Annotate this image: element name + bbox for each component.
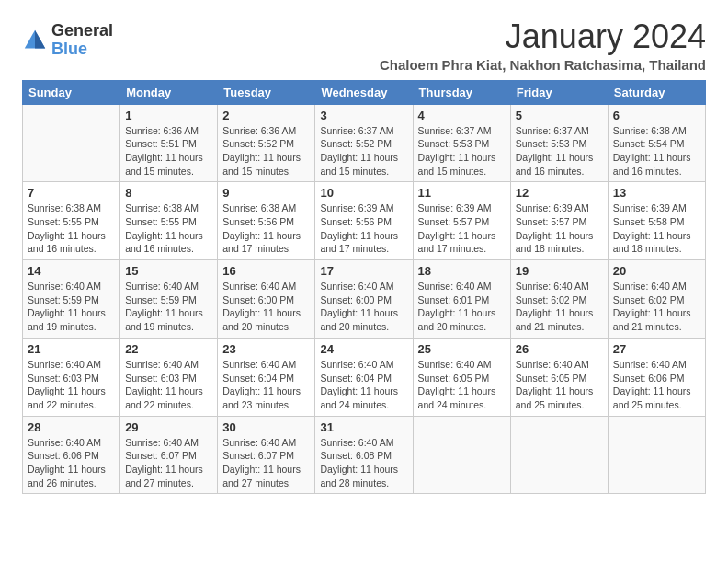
sunrise-text: Sunrise: 6:40 AM (418, 281, 492, 292)
day-info: Sunrise: 6:40 AM Sunset: 6:04 PM Dayligh… (320, 358, 407, 412)
daylight-text: Daylight: 11 hours and 15 minutes. (418, 152, 496, 177)
day-number: 18 (418, 264, 506, 278)
calendar-cell: 3 Sunrise: 6:37 AM Sunset: 5:52 PM Dayli… (315, 104, 413, 182)
calendar-cell: 7 Sunrise: 6:38 AM Sunset: 5:55 PM Dayli… (23, 182, 120, 260)
calendar-cell: 17 Sunrise: 6:40 AM Sunset: 6:00 PM Dayl… (315, 260, 413, 339)
day-info: Sunrise: 6:39 AM Sunset: 5:58 PM Dayligh… (613, 201, 700, 256)
day-number: 19 (516, 264, 603, 278)
daylight-text: Daylight: 11 hours and 18 minutes. (516, 230, 594, 255)
calendar-week-5: 28 Sunrise: 6:40 AM Sunset: 6:06 PM Dayl… (23, 416, 706, 494)
calendar-cell: 12 Sunrise: 6:39 AM Sunset: 5:57 PM Dayl… (510, 182, 608, 260)
sunrise-text: Sunrise: 6:40 AM (516, 281, 589, 292)
day-info: Sunrise: 6:37 AM Sunset: 5:53 PM Dayligh… (418, 124, 506, 178)
day-number: 10 (320, 186, 407, 200)
sunrise-text: Sunrise: 6:40 AM (320, 437, 393, 448)
sunset-text: Sunset: 5:55 PM (28, 216, 99, 227)
sunrise-text: Sunrise: 6:40 AM (418, 359, 492, 370)
sunset-text: Sunset: 6:01 PM (418, 294, 490, 305)
daylight-text: Daylight: 11 hours and 20 minutes. (320, 307, 398, 332)
sunset-text: Sunset: 5:57 PM (418, 216, 490, 227)
title-block: January 2024 Chaloem Phra Kiat, Nakhon R… (380, 18, 706, 73)
day-number: 15 (125, 264, 212, 278)
day-number: 31 (320, 420, 407, 434)
calendar-cell: 19 Sunrise: 6:40 AM Sunset: 6:02 PM Dayl… (510, 260, 608, 339)
sunset-text: Sunset: 6:00 PM (320, 294, 392, 305)
calendar-cell: 5 Sunrise: 6:37 AM Sunset: 5:53 PM Dayli… (510, 104, 608, 182)
sunrise-text: Sunrise: 6:39 AM (320, 202, 393, 213)
day-info: Sunrise: 6:39 AM Sunset: 5:57 PM Dayligh… (516, 201, 603, 256)
calendar-cell: 6 Sunrise: 6:38 AM Sunset: 5:54 PM Dayli… (608, 104, 705, 182)
daylight-text: Daylight: 11 hours and 15 minutes. (320, 152, 398, 177)
day-number: 4 (418, 109, 506, 122)
sunset-text: Sunset: 6:06 PM (28, 450, 99, 461)
calendar-header: Sunday Monday Tuesday Wednesday Thursday… (23, 80, 706, 104)
daylight-text: Daylight: 11 hours and 21 minutes. (516, 307, 594, 332)
calendar-cell: 25 Sunrise: 6:40 AM Sunset: 6:05 PM Dayl… (413, 338, 510, 416)
logo-blue: Blue (51, 40, 113, 59)
daylight-text: Daylight: 11 hours and 15 minutes. (125, 152, 203, 177)
calendar-cell: 24 Sunrise: 6:40 AM Sunset: 6:04 PM Dayl… (315, 338, 413, 416)
daylight-text: Daylight: 11 hours and 18 minutes. (613, 230, 691, 255)
daylight-text: Daylight: 11 hours and 16 minutes. (613, 152, 691, 177)
daylight-text: Daylight: 11 hours and 21 minutes. (613, 307, 691, 332)
sunrise-text: Sunrise: 6:40 AM (28, 281, 101, 292)
daylight-text: Daylight: 11 hours and 17 minutes. (222, 230, 301, 255)
daylight-text: Daylight: 11 hours and 16 minutes. (516, 152, 594, 177)
day-info: Sunrise: 6:40 AM Sunset: 6:06 PM Dayligh… (613, 358, 700, 412)
sunset-text: Sunset: 6:02 PM (516, 294, 587, 305)
header-friday: Friday (510, 80, 608, 104)
day-number: 14 (28, 264, 115, 278)
daylight-text: Daylight: 11 hours and 25 minutes. (516, 385, 594, 410)
calendar-cell (608, 416, 705, 494)
calendar-table: Sunday Monday Tuesday Wednesday Thursday… (22, 80, 706, 495)
day-number: 12 (516, 186, 603, 200)
sunrise-text: Sunrise: 6:38 AM (613, 125, 687, 136)
day-number: 22 (125, 342, 212, 356)
sunrise-text: Sunrise: 6:38 AM (222, 202, 296, 213)
daylight-text: Daylight: 11 hours and 28 minutes. (320, 464, 398, 488)
sunset-text: Sunset: 6:03 PM (125, 373, 197, 384)
sunset-text: Sunset: 5:54 PM (613, 138, 685, 149)
day-info: Sunrise: 6:39 AM Sunset: 5:57 PM Dayligh… (418, 201, 506, 256)
location-subtitle: Chaloem Phra Kiat, Nakhon Ratchasima, Th… (380, 57, 706, 73)
calendar-week-4: 21 Sunrise: 6:40 AM Sunset: 6:03 PM Dayl… (23, 338, 706, 416)
calendar-cell: 2 Sunrise: 6:36 AM Sunset: 5:52 PM Dayli… (218, 104, 315, 182)
sunset-text: Sunset: 5:59 PM (28, 294, 99, 305)
header-saturday: Saturday (608, 80, 705, 104)
day-number: 13 (613, 186, 700, 200)
sunrise-text: Sunrise: 6:40 AM (125, 281, 199, 292)
calendar-cell (23, 104, 120, 182)
calendar-cell: 31 Sunrise: 6:40 AM Sunset: 6:08 PM Dayl… (315, 416, 413, 494)
sunset-text: Sunset: 6:03 PM (28, 373, 99, 384)
sunrise-text: Sunrise: 6:37 AM (418, 125, 492, 136)
sunset-text: Sunset: 5:52 PM (320, 138, 392, 149)
sunrise-text: Sunrise: 6:40 AM (125, 359, 199, 370)
calendar-cell: 8 Sunrise: 6:38 AM Sunset: 5:55 PM Dayli… (120, 182, 218, 260)
sunrise-text: Sunrise: 6:39 AM (516, 202, 589, 213)
sunset-text: Sunset: 5:59 PM (125, 294, 197, 305)
daylight-text: Daylight: 11 hours and 19 minutes. (125, 307, 203, 332)
day-number: 5 (516, 109, 603, 122)
sunset-text: Sunset: 6:02 PM (613, 294, 685, 305)
sunrise-text: Sunrise: 6:38 AM (125, 202, 199, 213)
calendar-cell: 16 Sunrise: 6:40 AM Sunset: 6:00 PM Dayl… (218, 260, 315, 339)
calendar-cell: 26 Sunrise: 6:40 AM Sunset: 6:05 PM Dayl… (510, 338, 608, 416)
sunrise-text: Sunrise: 6:40 AM (516, 359, 589, 370)
day-number: 21 (28, 342, 115, 356)
day-info: Sunrise: 6:36 AM Sunset: 5:51 PM Dayligh… (125, 124, 212, 178)
sunset-text: Sunset: 5:56 PM (320, 216, 392, 227)
header-thursday: Thursday (413, 80, 510, 104)
day-info: Sunrise: 6:40 AM Sunset: 6:04 PM Dayligh… (222, 358, 310, 412)
day-info: Sunrise: 6:37 AM Sunset: 5:53 PM Dayligh… (516, 124, 603, 178)
page-header: General Blue January 2024 Chaloem Phra K… (22, 18, 706, 73)
day-number: 1 (125, 109, 212, 122)
sunset-text: Sunset: 5:52 PM (222, 138, 294, 149)
header-row: Sunday Monday Tuesday Wednesday Thursday… (23, 80, 706, 104)
calendar-cell: 11 Sunrise: 6:39 AM Sunset: 5:57 PM Dayl… (413, 182, 510, 260)
day-info: Sunrise: 6:40 AM Sunset: 6:02 PM Dayligh… (516, 280, 603, 334)
sunset-text: Sunset: 6:05 PM (516, 373, 587, 384)
day-info: Sunrise: 6:40 AM Sunset: 5:59 PM Dayligh… (125, 280, 212, 334)
calendar-body: 1 Sunrise: 6:36 AM Sunset: 5:51 PM Dayli… (23, 104, 706, 494)
sunrise-text: Sunrise: 6:40 AM (320, 281, 393, 292)
day-info: Sunrise: 6:40 AM Sunset: 6:02 PM Dayligh… (613, 280, 700, 334)
